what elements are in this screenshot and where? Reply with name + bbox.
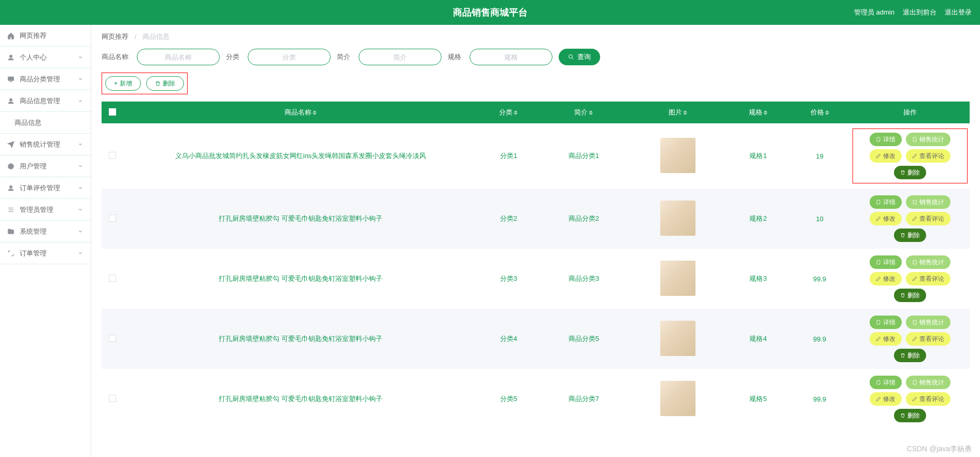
sidebar-item-5[interactable]: 用户管理 (0, 155, 91, 177)
col-intro[interactable]: 简介 (539, 102, 629, 123)
cell-price: 99.9 (789, 369, 850, 429)
search-button-label: 查询 (577, 52, 591, 62)
detail-button[interactable]: 详情 (870, 255, 902, 269)
svg-point-4 (10, 185, 12, 188)
row-delete-button[interactable]: 删除 (894, 166, 926, 179)
cell-intro: 商品分类3 (539, 249, 629, 309)
cell-spec: 规格4 (728, 309, 789, 369)
row-delete-button[interactable]: 删除 (894, 349, 926, 362)
stat-button[interactable]: 销售统计 (906, 255, 950, 269)
edit-button[interactable]: 修改 (870, 212, 902, 225)
stat-button[interactable]: 销售统计 (906, 195, 950, 209)
cell-name[interactable]: 义乌小商品批发城简约扎头发橡皮筋女网红ins头发绳韩国森系发圈小皮套头绳冷淡风 (123, 123, 478, 189)
search-category-input[interactable] (248, 49, 331, 65)
sort-icon (589, 110, 593, 116)
doc-icon (876, 320, 881, 325)
edit-icon (912, 153, 917, 159)
col-category[interactable]: 分类 (478, 102, 539, 123)
add-button[interactable]: + 新增 (105, 76, 141, 91)
search-button[interactable]: 查询 (559, 49, 600, 65)
comment-button[interactable]: 查看评论 (906, 149, 950, 163)
edit-button[interactable]: 修改 (870, 392, 902, 406)
select-all-checkbox[interactable] (109, 108, 116, 116)
row-checkbox[interactable] (109, 215, 116, 222)
row-delete-button[interactable]: 删除 (894, 409, 926, 422)
row-checkbox[interactable] (109, 275, 116, 282)
detail-button[interactable]: 详情 (870, 316, 902, 329)
edit-icon (876, 276, 881, 281)
cell-name[interactable]: 打孔厨房墙壁粘胶勾 可爱毛巾钥匙免钉浴室塑料小钩子 (123, 309, 478, 369)
expand-icon (7, 250, 15, 257)
sidebar-item-4[interactable]: 销售统计管理 (0, 134, 91, 155)
sort-icon (514, 110, 518, 116)
svg-rect-13 (877, 320, 880, 324)
sidebar-item-9[interactable]: 订单管理 (0, 242, 91, 264)
edit-icon (876, 216, 881, 221)
sidebar-item-2[interactable]: 商品分类管理 (0, 68, 91, 90)
table-row: 打孔厨房墙壁粘胶勾 可爱毛巾钥匙免钉浴室塑料小钩子 分类3 商品分类3 规格3 … (102, 249, 970, 309)
delete-button[interactable]: 删除 (146, 76, 184, 91)
comment-button[interactable]: 查看评论 (906, 272, 950, 285)
header-user[interactable]: 管理员 admin (854, 8, 894, 17)
edit-icon (912, 336, 917, 341)
send-icon (7, 141, 15, 148)
stat-button[interactable]: 销售统计 (906, 376, 950, 389)
sidebar-item-3[interactable]: 商品信息管理 (0, 90, 91, 112)
breadcrumb-root[interactable]: 网页推荐 (102, 33, 129, 40)
comment-button[interactable]: 查看评论 (906, 212, 950, 225)
comment-button[interactable]: 查看评论 (906, 392, 950, 406)
svg-rect-16 (913, 380, 916, 384)
trash-icon (900, 233, 905, 238)
col-price[interactable]: 价格 (789, 102, 850, 123)
product-image[interactable] (660, 138, 695, 173)
detail-button[interactable]: 详情 (870, 133, 902, 146)
edit-button[interactable]: 修改 (870, 332, 902, 346)
row-delete-button[interactable]: 删除 (894, 289, 926, 302)
product-image[interactable] (660, 321, 695, 356)
cell-name[interactable]: 打孔厨房墙壁粘胶勾 可爱毛巾钥匙免钉浴室塑料小钩子 (123, 249, 478, 309)
sidebar-item-1[interactable]: 个人中心 (0, 47, 91, 68)
header-front[interactable]: 退出到前台 (903, 8, 936, 17)
comment-button[interactable]: 查看评论 (906, 332, 950, 346)
doc-icon (876, 260, 881, 265)
product-image[interactable] (660, 201, 695, 236)
search-name-input[interactable] (137, 49, 220, 65)
sidebar-item-8[interactable]: 系统管理 (0, 221, 91, 242)
detail-button[interactable]: 详情 (870, 376, 902, 389)
row-checkbox[interactable] (109, 335, 116, 342)
row-delete-button[interactable]: 删除 (894, 228, 926, 242)
header-logout[interactable]: 退出登录 (945, 8, 972, 17)
sidebar-item-7[interactable]: 管理员管理 (0, 199, 91, 221)
stat-button[interactable]: 销售统计 (906, 316, 950, 329)
product-image[interactable] (660, 381, 695, 416)
cell-category: 分类2 (478, 189, 539, 249)
list-icon (7, 206, 15, 213)
cell-spec: 规格2 (728, 189, 789, 249)
search-spec-input[interactable] (470, 49, 552, 65)
edit-button[interactable]: 修改 (870, 149, 902, 163)
edit-icon (912, 396, 917, 402)
col-spec[interactable]: 规格 (728, 102, 789, 123)
cell-spec: 规格1 (728, 123, 789, 189)
col-img[interactable]: 图片 (628, 102, 728, 123)
watermark: CSDN @java李杨勇 (907, 445, 972, 454)
detail-button[interactable]: 详情 (870, 195, 902, 209)
sidebar-item-6[interactable]: 订单评价管理 (0, 177, 91, 199)
action-row: + 新增 删除 (102, 73, 188, 94)
search-intro-input[interactable] (359, 49, 442, 65)
sort-icon (825, 110, 829, 116)
product-image[interactable] (660, 261, 695, 296)
edit-button[interactable]: 修改 (870, 272, 902, 285)
cell-name[interactable]: 打孔厨房墙壁粘胶勾 可爱毛巾钥匙免钉浴室塑料小钩子 (123, 189, 478, 249)
col-name[interactable]: 商品名称 (123, 102, 478, 123)
stat-button[interactable]: 销售统计 (906, 133, 950, 146)
sidebar-sub-item[interactable]: 商品信息 (0, 112, 91, 134)
row-checkbox[interactable] (109, 395, 116, 402)
sidebar-item-0[interactable]: 网页推荐 (0, 25, 91, 47)
trash-icon (900, 170, 905, 175)
row-checkbox[interactable] (109, 152, 116, 159)
chevron-down-icon (77, 163, 83, 169)
trash-icon (900, 293, 905, 298)
trash-icon (155, 81, 161, 87)
cell-name[interactable]: 打孔厨房墙壁粘胶勾 可爱毛巾钥匙免钉浴室塑料小钩子 (123, 369, 478, 429)
